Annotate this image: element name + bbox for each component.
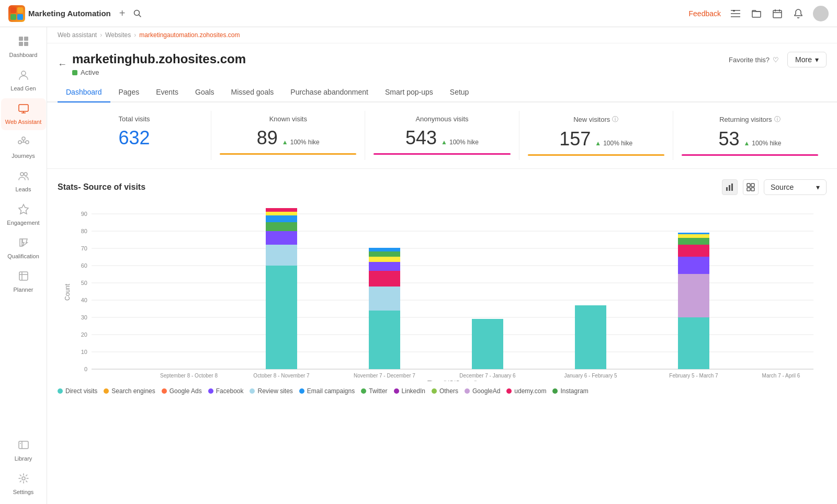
bar-feb-yellow [678, 234, 709, 238]
chart-section: Stats- Source of visits [47, 169, 837, 407]
legend-label: LinkedIn [402, 387, 425, 395]
stat-hike-new: ▲ 100% hike [595, 140, 632, 147]
tab-goals[interactable]: Goals [187, 83, 223, 102]
stat-anonymous-visits: Anonymous visits 543 ▲ 100% hike [365, 111, 519, 160]
stat-hike-returning: ▲ 100% hike [743, 140, 781, 147]
list-icon[interactable] [729, 7, 742, 20]
chart-controls: Source ▾ [722, 179, 827, 195]
legend-dot [361, 388, 366, 394]
legend-item: Facebook [208, 387, 244, 395]
sidebar-item-journeys[interactable]: Journeys [1, 132, 46, 164]
sidebar-item-qualification[interactable]: Qualification [1, 233, 46, 264]
tab-purchase[interactable]: Purchase abandonment [282, 83, 377, 102]
stat-label-new: New visitors ⓘ [528, 115, 664, 124]
page-header-left: ← marketinghub.zohosites.com Active [58, 52, 246, 76]
feedback-link[interactable]: Feedback [689, 9, 721, 18]
stat-label-returning: Returning visitors ⓘ [682, 115, 818, 124]
bar-feb-teal [678, 317, 709, 369]
legend-label: Facebook [216, 387, 244, 395]
sidebar-item-web-assistant[interactable]: Web Assistant [1, 98, 46, 130]
breadcrumb-web-assistant[interactable]: Web assistant [58, 31, 97, 39]
bar-oct-teal [266, 266, 297, 369]
up-arrow-icon: ▲ [441, 139, 447, 146]
svg-rect-33 [19, 441, 28, 449]
chart-title: Stats- Source of visits [58, 182, 145, 192]
sidebar-item-planner[interactable]: Planner [1, 266, 46, 297]
svg-text:March 7 - April 6: March 7 - April 6 [762, 373, 800, 379]
status-label: Active [81, 68, 99, 76]
bar-feb-green [678, 238, 709, 245]
svg-text:December 7 - January 6: December 7 - January 6 [459, 373, 516, 379]
svg-text:January 6 - February 5: January 6 - February 5 [564, 373, 617, 379]
stat-underline-known [220, 153, 356, 155]
tabs: Dashboard Pages Events Goals Missed goal… [47, 83, 837, 102]
legend-dot [58, 388, 63, 394]
legend-label: udemy.com [514, 387, 546, 395]
svg-rect-14 [19, 37, 23, 41]
settings-icon [18, 473, 29, 487]
svg-text:20: 20 [81, 331, 87, 338]
legend-dot [506, 388, 512, 394]
svg-rect-38 [729, 185, 730, 191]
status-dot [72, 70, 77, 75]
sidebar-label-journeys: Journeys [12, 153, 35, 159]
favorite-label: Favorite this? [729, 56, 770, 64]
svg-text:40: 40 [81, 297, 87, 303]
lead-gen-icon [18, 69, 29, 83]
bar-feb-lavender [678, 274, 709, 317]
leads-icon [18, 170, 29, 184]
up-arrow-icon: ▲ [595, 140, 601, 147]
bell-icon[interactable] [792, 7, 805, 20]
back-button[interactable]: ← [58, 59, 67, 70]
legend-item: Email campaigns [299, 387, 355, 395]
page-status: Active [72, 68, 246, 76]
favorite-area[interactable]: Favorite this? ♡ [729, 56, 779, 64]
add-button[interactable]: + [119, 7, 126, 19]
svg-text:50: 50 [81, 280, 87, 286]
svg-point-23 [26, 141, 29, 144]
sidebar-item-library[interactable]: Library [1, 435, 46, 466]
sidebar-item-settings[interactable]: Settings [1, 468, 46, 500]
sidebar-label-lead-gen: Lead Gen [10, 85, 36, 92]
search-icon[interactable] [131, 7, 144, 20]
svg-point-28 [24, 173, 27, 176]
body-layout: Dashboard Lead Gen Web Assistant [0, 27, 837, 504]
chart-container: Count 90 80 70 6 [58, 203, 827, 381]
bar-chart-icon-btn[interactable] [722, 179, 738, 195]
svg-point-18 [21, 71, 26, 75]
sidebar-label-leads: Leads [16, 186, 31, 193]
stat-value-new: 157 [559, 128, 591, 150]
svg-text:Time (US/Central): Time (US/Central) [427, 380, 478, 381]
bar-oct-bluelight [266, 245, 297, 266]
legend-dot [394, 388, 399, 394]
page-title: marketinghub.zohosites.com [72, 52, 246, 66]
tab-missed-goals[interactable]: Missed goals [223, 83, 282, 102]
legend-item: Twitter [361, 387, 387, 395]
grid-chart-icon-btn[interactable] [743, 179, 759, 195]
sidebar-item-dashboard[interactable]: Dashboard [1, 31, 46, 63]
legend-dot [104, 388, 109, 394]
breadcrumb: Web assistant › Websites › marketingauto… [47, 27, 837, 43]
tab-pages[interactable]: Pages [110, 83, 148, 102]
zoho-icon [8, 5, 25, 22]
sidebar-item-lead-gen[interactable]: Lead Gen [1, 65, 46, 96]
legend-dot [162, 388, 167, 394]
tab-events[interactable]: Events [148, 83, 187, 102]
folder-icon[interactable] [750, 7, 763, 20]
heart-icon: ♡ [773, 56, 779, 64]
breadcrumb-websites[interactable]: Websites [105, 31, 131, 39]
info-icon-new: ⓘ [612, 115, 618, 124]
source-dropdown[interactable]: Source ▾ [764, 179, 827, 195]
tab-smart-popups[interactable]: Smart pop-ups [377, 83, 442, 102]
more-button[interactable]: More ▾ [787, 52, 827, 67]
stat-value-total: 632 [66, 127, 202, 149]
sidebar-item-engagement[interactable]: Engagement [1, 199, 46, 231]
calendar-icon[interactable] [771, 7, 784, 20]
avatar[interactable] [813, 6, 829, 21]
tab-setup[interactable]: Setup [442, 83, 478, 102]
legend-item: Review sites [250, 387, 292, 395]
legend-item: Others [432, 387, 458, 395]
svg-rect-37 [726, 187, 728, 191]
tab-dashboard[interactable]: Dashboard [58, 83, 110, 102]
sidebar-item-leads[interactable]: Leads [1, 166, 46, 197]
